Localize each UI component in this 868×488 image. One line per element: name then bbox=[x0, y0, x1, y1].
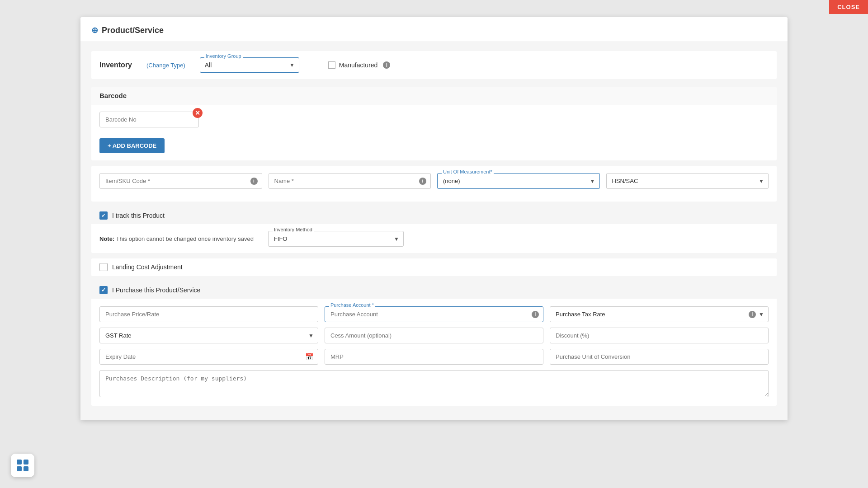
purchase-tax-select[interactable]: Purchase Tax Rate bbox=[550, 306, 769, 322]
purchase-checkbox[interactable]: ✓ bbox=[99, 286, 108, 294]
uom-field-group: Unit Of Measurement* (none) ▼ bbox=[437, 173, 600, 189]
track-section: ✓ I track this Product Note: This option… bbox=[91, 207, 777, 253]
item-fields-row: i i Unit Of Measurement* (none) ▼ bbox=[99, 173, 769, 189]
expiry-date-group: 📅 bbox=[99, 349, 318, 365]
purchase-checkbox-label: I Purchase this Product/Service bbox=[112, 286, 200, 294]
discount-input[interactable] bbox=[550, 328, 769, 343]
name-field-group: i bbox=[269, 173, 431, 189]
landing-cost-row: Landing Cost Adjustment bbox=[91, 258, 777, 276]
purchase-account-input[interactable] bbox=[325, 306, 543, 322]
purchase-account-info-icon[interactable]: i bbox=[532, 311, 539, 318]
track-checkbox-row: ✓ I track this Product bbox=[91, 207, 777, 224]
landing-cost-section: Landing Cost Adjustment bbox=[91, 258, 777, 276]
cess-amount-input[interactable] bbox=[325, 328, 543, 343]
track-body: Note: This option cannot be changed once… bbox=[91, 225, 777, 253]
sku-info-icon[interactable]: i bbox=[250, 178, 258, 185]
track-checkbox-label: I track this Product bbox=[112, 212, 165, 219]
inventory-method-wrapper: Inventory Method FIFO ▼ bbox=[268, 231, 404, 247]
barcode-section-body: ✕ + ADD BARCODE bbox=[91, 104, 777, 160]
change-type-link[interactable]: (Change Type) bbox=[146, 62, 185, 69]
manufactured-info-icon[interactable]: i bbox=[383, 61, 390, 69]
purchase-price-group bbox=[99, 306, 318, 322]
mrp-group bbox=[325, 349, 543, 365]
plus-icon: ⊕ bbox=[91, 25, 98, 35]
manufactured-label: Manufactured bbox=[339, 61, 378, 69]
barcode-section: Barcode ✕ + ADD BARCODE bbox=[91, 87, 777, 160]
barcode-remove-button[interactable]: ✕ bbox=[193, 108, 203, 118]
hsn-field-group: HSN/SAC ▼ bbox=[606, 173, 769, 189]
purchase-section: ✓ I Purchase this Product/Service Purcha… bbox=[91, 282, 777, 406]
landing-cost-label: Landing Cost Adjustment bbox=[112, 263, 183, 271]
track-checkmark: ✓ bbox=[101, 212, 106, 219]
purchase-account-label: Purchase Account * bbox=[329, 302, 375, 308]
unit-conversion-group bbox=[550, 349, 769, 365]
purchase-checkbox-row: ✓ I Purchase this Product/Service bbox=[91, 282, 777, 299]
note-text: Note: This option cannot be changed once… bbox=[99, 235, 254, 242]
gst-rate-group: GST Rate ▼ bbox=[99, 328, 318, 343]
item-fields-section: i i Unit Of Measurement* (none) ▼ bbox=[91, 166, 777, 202]
modal-container: ⊕ Product/Service Inventory (Change Type… bbox=[80, 17, 788, 420]
hsn-select[interactable]: HSN/SAC bbox=[606, 173, 769, 189]
grid-dot-4 bbox=[24, 466, 28, 471]
add-barcode-button[interactable]: + ADD BARCODE bbox=[99, 138, 165, 153]
inventory-label: Inventory bbox=[99, 61, 132, 69]
purchase-price-input[interactable] bbox=[99, 306, 318, 322]
grid-dot-3 bbox=[17, 466, 22, 471]
landing-cost-checkbox[interactable] bbox=[99, 263, 108, 271]
purchase-checkmark: ✓ bbox=[101, 287, 106, 293]
grid-dot-1 bbox=[17, 460, 22, 465]
barcode-input-wrapper: ✕ bbox=[99, 112, 199, 127]
note-label: Note: bbox=[99, 235, 114, 242]
inventory-method-select[interactable]: FIFO bbox=[268, 231, 404, 247]
sku-input[interactable] bbox=[99, 173, 262, 189]
app-icon-button[interactable] bbox=[11, 454, 34, 477]
cess-amount-group bbox=[325, 328, 543, 343]
track-checkbox[interactable]: ✓ bbox=[99, 211, 108, 220]
purchase-row-2: GST Rate ▼ bbox=[99, 328, 769, 343]
purchase-tax-group: Purchase Tax Rate ▼ i bbox=[550, 306, 769, 322]
barcode-row: ✕ bbox=[99, 112, 769, 127]
item-fields-body: i i Unit Of Measurement* (none) ▼ bbox=[91, 166, 777, 202]
purchases-description-textarea[interactable] bbox=[99, 370, 769, 397]
purchase-account-group: Purchase Account * i bbox=[325, 306, 543, 322]
purchase-tax-info-icon[interactable]: i bbox=[749, 311, 756, 318]
discount-group bbox=[550, 328, 769, 343]
purchase-body: Purchase Account * i Purchase Tax Rate ▼… bbox=[91, 299, 777, 406]
barcode-section-header: Barcode bbox=[91, 87, 777, 104]
purchase-row-3: 📅 bbox=[99, 349, 769, 365]
uom-label: Unit Of Measurement* bbox=[442, 169, 494, 174]
calendar-icon: 📅 bbox=[305, 353, 314, 361]
grid-dot-2 bbox=[24, 460, 28, 465]
gst-rate-select[interactable]: GST Rate bbox=[99, 328, 318, 343]
modal-title: Product/Service bbox=[102, 26, 164, 35]
uom-select[interactable]: (none) bbox=[437, 173, 600, 189]
inventory-method-label: Inventory Method bbox=[273, 227, 314, 232]
modal-body: Inventory (Change Type) Inventory Group … bbox=[80, 42, 788, 420]
unit-conversion-input[interactable] bbox=[550, 349, 769, 365]
manufactured-checkbox[interactable] bbox=[328, 61, 335, 69]
name-input[interactable] bbox=[269, 173, 431, 189]
manufactured-wrapper: Manufactured i bbox=[328, 61, 391, 69]
purchase-row-1: Purchase Account * i Purchase Tax Rate ▼… bbox=[99, 306, 769, 322]
barcode-input[interactable] bbox=[99, 112, 199, 127]
note-content: This option cannot be changed once inven… bbox=[116, 235, 254, 242]
inventory-group-wrapper: Inventory Group All ▼ bbox=[200, 57, 299, 73]
modal-header: ⊕ Product/Service bbox=[80, 17, 788, 42]
sku-field-group: i bbox=[99, 173, 262, 189]
inventory-group-label: Inventory Group bbox=[204, 53, 243, 59]
inventory-row: Inventory (Change Type) Inventory Group … bbox=[91, 51, 777, 79]
expiry-date-input[interactable] bbox=[99, 349, 318, 365]
inventory-group-select[interactable]: All bbox=[200, 57, 299, 73]
name-info-icon[interactable]: i bbox=[419, 178, 426, 185]
mrp-input[interactable] bbox=[325, 349, 543, 365]
close-button[interactable]: CLOSE bbox=[829, 0, 868, 14]
purchases-desc-group bbox=[99, 370, 769, 399]
grid-icon bbox=[17, 460, 28, 471]
